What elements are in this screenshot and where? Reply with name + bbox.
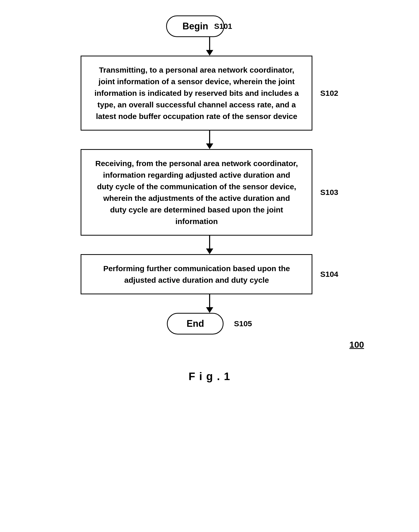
s102-node: Transmitting, to a personal area network… [81, 56, 312, 131]
arrow-head-3 [206, 248, 213, 254]
s101-row: Begin S101 [29, 15, 390, 37]
arrow-head-4 [206, 307, 213, 313]
arrow-line-1 [209, 37, 210, 50]
s102-row: Transmitting, to a personal area network… [29, 56, 390, 131]
figure-label: F i g . 1 [189, 370, 230, 383]
s103-row: Receiving, from the personal area networ… [29, 149, 390, 236]
s103-node: Receiving, from the personal area networ… [81, 149, 312, 236]
arrow-line-4 [209, 294, 210, 307]
arrow-head-2 [206, 143, 213, 149]
s105-label: S105 [234, 319, 252, 328]
arrow-4 [29, 294, 390, 313]
s103-label: S103 [320, 188, 338, 197]
arrow-1 [29, 37, 390, 56]
s105-row: End S105 [29, 313, 390, 334]
arrow-3 [29, 236, 390, 254]
diagram-number: 100 [349, 340, 364, 350]
arrow-line-2 [209, 131, 210, 143]
arrow-line-3 [209, 236, 210, 248]
s104-label: S104 [320, 270, 338, 279]
s101-label: S101 [214, 22, 232, 31]
flowchart-diagram: Begin S101 Transmitting, to a personal a… [29, 15, 390, 383]
s102-label: S102 [320, 89, 338, 98]
s104-row: Performing further communication based u… [29, 254, 390, 294]
s104-node: Performing further communication based u… [81, 254, 312, 294]
s105-node: End [167, 313, 224, 334]
arrow-2 [29, 131, 390, 149]
arrow-head-1 [206, 50, 213, 56]
